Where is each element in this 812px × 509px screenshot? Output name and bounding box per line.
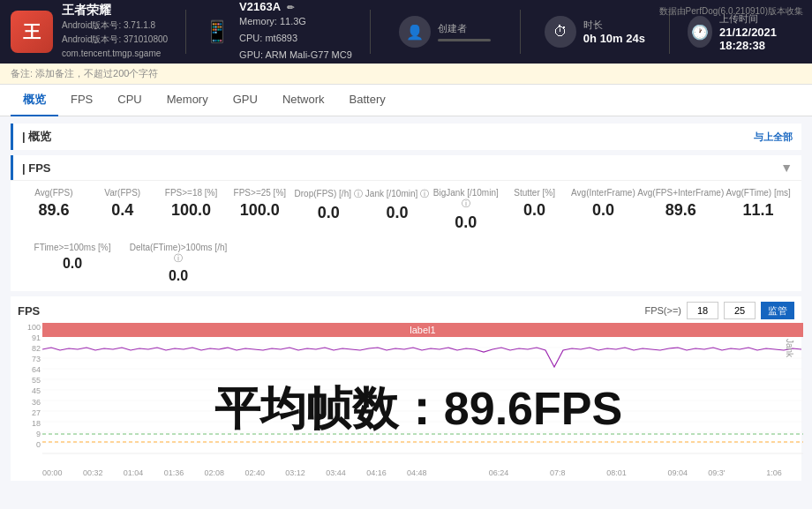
fps-threshold-input-1[interactable]: [687, 302, 718, 319]
device-info-section: 📱 V2163A ✏ Memory: 11.3G CPU: mt6893 GPU…: [204, 0, 352, 63]
fps-stats-grid: Avg(FPS) 89.6 Var(FPS) 0.4 FPS>=18 [%] 1…: [11, 180, 801, 239]
note-bar: 备注: 添加备注，不超过200个字符: [0, 64, 812, 85]
chart-title: FPS: [18, 304, 40, 318]
fps-section-header: | FPS ▼: [11, 155, 801, 180]
stat-var-fps: Var(FPS) 0.4: [88, 188, 157, 232]
stat-avg-ftime: Avg(FTime) [ms] 11.1: [724, 188, 793, 232]
fps-chevron-icon[interactable]: ▼: [780, 161, 793, 175]
chart-header: FPS FPS(>=) 监管: [18, 302, 794, 319]
app-version: Android版本号: 371010800: [62, 33, 168, 47]
fps-chart-container: FPS FPS(>=) 监管 100 91 82 73 64 55 45 36 …: [11, 296, 801, 481]
clock-icon: ⏱: [545, 16, 576, 48]
creator-bar: [438, 39, 491, 41]
stat-delta-ftime: Delta(FTime)>100ms [/h] ⓘ 0.0: [125, 243, 231, 284]
creator-stat: 👤 创建者: [388, 16, 502, 48]
chart-controls: FPS(>=) 监管: [644, 302, 794, 319]
app-android-version: Android版本号: 3.71.1.8: [62, 19, 168, 33]
duration-label: 时长: [583, 19, 645, 32]
fps-section: | FPS ▼ Avg(FPS) 89.6 Var(FPS) 0.4 FPS>=…: [11, 155, 801, 291]
app-package: com.tencent.tmgp.sgame: [62, 47, 168, 61]
person-icon: 👤: [399, 16, 431, 48]
fps-threshold-label: FPS(>=): [644, 305, 681, 316]
app-name: 王者荣耀: [62, 3, 168, 19]
overview-section-header: | 概览 与上全部: [11, 124, 801, 150]
tab-network[interactable]: Network: [270, 86, 337, 115]
tab-gpu[interactable]: GPU: [221, 86, 270, 115]
chart-y-axis: 100 91 82 73 64 55 45 36 27 18 9 0: [18, 323, 42, 449]
phone-icon: 📱: [204, 19, 230, 44]
chart-svg-wrapper: 100 91 82 73 64 55 45 36 27 18 9 0 label…: [18, 323, 794, 467]
tab-battery[interactable]: Battery: [337, 86, 398, 115]
fps-stats-grid-2: FTime>=100ms [%] 0.0 Delta(FTime)>100ms …: [11, 239, 801, 291]
tab-fps[interactable]: FPS: [58, 86, 105, 115]
compare-all-button[interactable]: 与上全部: [754, 131, 793, 144]
fps-title: | FPS: [22, 161, 51, 175]
stat-avg-fps: Avg(FPS) 89.6: [19, 188, 88, 232]
stat-avg-fps-interframe: Avg(FPS+InterFrame) 89.6: [637, 188, 724, 232]
stat-jank: Jank [/10min] ⓘ 0.0: [363, 188, 432, 232]
duration-value: 0h 10m 24s: [583, 32, 645, 45]
divider-1: [185, 10, 186, 54]
monitor-button[interactable]: 监管: [761, 302, 794, 319]
watermark-text: 数据由PerfDog(6.0.210910)版本收集: [659, 5, 803, 18]
duration-stat: ⏱ 时长 0h 10m 24s: [538, 16, 652, 48]
overview-title: | 概览: [22, 129, 51, 145]
tab-cpu[interactable]: CPU: [105, 86, 154, 115]
stat-ftime-100: FTime>=100ms [%] 0.0: [19, 243, 125, 284]
upload-icon: 🕐: [688, 16, 712, 48]
stat-stutter: Stutter [%] 0.0: [500, 188, 569, 232]
divider-3: [520, 10, 521, 54]
nav-tabs: 概览 FPS CPU Memory GPU Network Battery: [0, 85, 812, 116]
app-icon: 王: [11, 11, 53, 53]
device-cpu: CPU: mt6893: [239, 30, 352, 47]
device-gpu: GPU: ARM Mali-G77 MC9: [239, 47, 352, 64]
app-info-section: 王 王者荣耀 Android版本号: 3.71.1.8 Android版本号: …: [11, 3, 168, 61]
svg-text:label1: label1: [410, 325, 435, 335]
divider-2: [370, 10, 371, 54]
app-details: 王者荣耀 Android版本号: 3.71.1.8 Android版本号: 37…: [62, 3, 168, 61]
device-details: V2163A ✏ Memory: 11.3G CPU: mt6893 GPU: …: [239, 0, 352, 63]
stat-fps-25: FPS>=25 [%] 100.0: [225, 188, 294, 232]
device-memory: Memory: 11.3G: [239, 13, 352, 30]
app-header: 数据由PerfDog(6.0.210910)版本收集 王 王者荣耀 Androi…: [0, 0, 812, 64]
jank-axis-label: Jank: [785, 339, 794, 357]
upload-stat: 🕐 上传时间 21/12/2021 18:28:38: [688, 12, 801, 52]
creator-label: 创建者: [438, 22, 491, 35]
chart-x-axis: 00:00 00:32 01:04 01:36 02:08 02:40 03:1…: [42, 468, 794, 477]
device-name: V2163A ✏: [239, 0, 352, 13]
fps-threshold-input-2[interactable]: [724, 302, 756, 319]
upload-value: 21/12/2021 18:28:38: [719, 26, 801, 52]
chart-area: label1: [42, 323, 794, 467]
stat-avg-interframe: Avg(InterFrame) 0.0: [569, 188, 638, 232]
stat-fps-18: FPS>=18 [%] 100.0: [157, 188, 226, 232]
main-content: | 概览 与上全部 | FPS ▼ Avg(FPS) 89.6 Var(FPS)…: [0, 116, 812, 509]
stat-bigjank: BigJank [/10min] ⓘ 0.0: [432, 188, 500, 232]
tab-overview[interactable]: 概览: [11, 85, 58, 116]
tab-memory[interactable]: Memory: [154, 86, 221, 115]
stat-drop-fps: Drop(FPS) [/h] ⓘ 0.0: [294, 188, 363, 232]
overlay-fps-text: 平均帧数：89.6FPS: [214, 378, 622, 440]
note-text: 备注: 添加备注，不超过200个字符: [11, 68, 158, 79]
